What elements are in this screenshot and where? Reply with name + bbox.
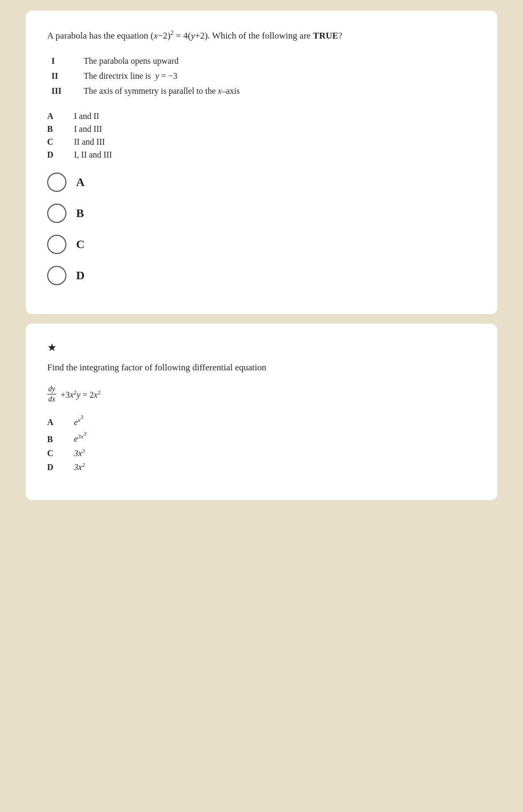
choice-D-row: D I, II and III [47,150,476,160]
plus-term: +3x2y = 2x2 [61,389,101,400]
choice-C-row: C II and III [47,137,476,147]
statement-III-text: The axis of symmetry is parallel to the … [79,84,476,99]
question2-text: Find the integrating factor of following… [47,360,476,375]
choice-A-letter: A [47,111,74,121]
q2-choice-D-row: D 3x2 [47,461,476,472]
radio-C-label: C [76,237,85,251]
radio-B[interactable] [47,204,66,223]
choice-B-letter: B [47,124,74,134]
answer-options-q2: A ex3 B e3x3 C 3x3 D 3x2 [47,414,476,472]
choice-C-letter: C [47,137,74,147]
q2-choice-C-row: C 3x3 [47,448,476,458]
roman-III: III [47,84,79,99]
statement-I: I The parabola opens upward [47,54,476,69]
q2-choice-C-text: 3x3 [74,448,85,458]
radio-B-label: B [76,206,84,220]
question1-text: A parabola has the equation (x−2)2 = 4(y… [47,28,476,43]
statement-III: III The axis of symmetry is parallel to … [47,84,476,99]
answer-options-q1: A I and II B I and III C II and III D I,… [47,111,476,160]
choice-B-row: B I and III [47,124,476,134]
q2-choice-A-row: A ex3 [47,414,476,427]
dx: dx [47,394,56,404]
radio-row-B[interactable]: B [47,204,476,223]
roman-II: II [47,69,79,84]
statement-I-text: The parabola opens upward [79,54,476,69]
q2-choice-C-letter: C [47,449,74,458]
question2-card: ★ Find the integrating factor of followi… [26,324,497,500]
q2-choice-B-letter: B [47,435,74,444]
dy-dx-fraction: dy dx [47,384,56,404]
radio-row-C[interactable]: C [47,235,476,254]
radio-D-label: D [76,269,85,282]
radio-A[interactable] [47,173,66,192]
q2-choice-A-letter: A [47,418,74,427]
q2-choice-B-row: B e3x3 [47,430,476,444]
statement-II-text: The directrix line is y = −3 [79,69,476,84]
question1-card: A parabola has the equation (x−2)2 = 4(y… [26,11,497,314]
q2-choice-D-letter: D [47,463,74,472]
radio-row-A[interactable]: A [47,173,476,192]
roman-I: I [47,54,79,69]
diff-equation: dy dx +3x2y = 2x2 [47,384,476,404]
radio-options-q1: A B C D [47,173,476,285]
q2-choice-B-text: e3x3 [74,430,86,444]
choice-A-row: A I and II [47,111,476,121]
choice-D-letter: D [47,150,74,160]
statement-II: II The directrix line is y = −3 [47,69,476,84]
statements-table: I The parabola opens upward II The direc… [47,54,476,99]
choice-C-text: II and III [74,137,105,147]
required-star: ★ [47,341,476,354]
radio-A-label: A [76,175,85,189]
radio-row-D[interactable]: D [47,266,476,285]
choice-A-text: I and II [74,111,99,121]
choice-B-text: I and III [74,124,102,134]
radio-C[interactable] [47,235,66,254]
q2-choice-A-text: ex3 [74,414,84,427]
choice-D-text: I, II and III [74,150,112,160]
radio-D[interactable] [47,266,66,285]
dy: dy [47,384,56,394]
q2-choice-D-text: 3x2 [74,461,85,472]
